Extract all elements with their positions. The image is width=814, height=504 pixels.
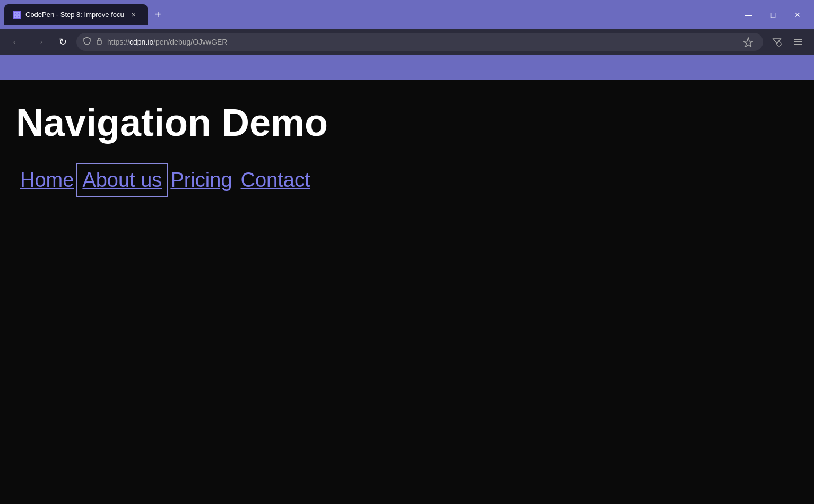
- svg-rect-4: [97, 40, 101, 44]
- svg-point-5: [777, 42, 781, 46]
- navigation-links: Home About us Pricing Contact: [16, 166, 798, 195]
- active-tab[interactable]: CodePen - Step 8: Improve focu ×: [4, 4, 148, 25]
- window-controls: — □ ✕: [737, 0, 810, 29]
- refresh-button[interactable]: ↻: [53, 32, 72, 51]
- tab-bar: CodePen - Step 8: Improve focu × + — □ ✕: [0, 0, 814, 29]
- forward-button[interactable]: →: [30, 32, 49, 51]
- nav-link-pricing[interactable]: Pricing: [166, 166, 236, 195]
- minimize-button[interactable]: —: [737, 0, 761, 29]
- pocket-button[interactable]: [767, 32, 786, 51]
- svg-rect-1: [18, 12, 20, 14]
- url-text: https://cdpn.io/pen/debug/OJvwGER: [107, 38, 227, 46]
- navigation-bar: ← → ↻ https://cdpn.io/pen/debug/OJvwGER: [0, 29, 814, 55]
- shield-icon: [83, 37, 91, 47]
- tab-favicon: [13, 11, 21, 19]
- url-domain: cdpn.io: [129, 38, 153, 46]
- address-bar[interactable]: https://cdpn.io/pen/debug/OJvwGER: [76, 33, 763, 51]
- menu-button[interactable]: [789, 32, 808, 51]
- close-button[interactable]: ✕: [785, 0, 810, 29]
- page-title: Navigation Demo: [16, 101, 798, 144]
- toolbar-right: [767, 32, 808, 51]
- back-button[interactable]: ←: [6, 32, 25, 51]
- url-path: /pen/debug/OJvwGER: [153, 38, 227, 46]
- maximize-button[interactable]: □: [761, 0, 785, 29]
- browser-chrome: CodePen - Step 8: Improve focu × + — □ ✕…: [0, 0, 814, 80]
- new-tab-button[interactable]: +: [150, 6, 167, 23]
- nav-link-home[interactable]: Home: [16, 166, 78, 195]
- svg-rect-2: [14, 15, 16, 18]
- tab-title: CodePen - Step 8: Improve focu: [25, 11, 124, 19]
- svg-rect-3: [18, 15, 20, 18]
- bookmark-button[interactable]: [740, 33, 757, 50]
- svg-rect-0: [14, 12, 16, 14]
- tab-close-button[interactable]: ×: [128, 10, 139, 20]
- nav-link-contact[interactable]: Contact: [237, 166, 315, 195]
- lock-icon: [96, 37, 103, 47]
- nav-link-about[interactable]: About us: [78, 166, 166, 195]
- url-subdomain: https://: [107, 38, 129, 46]
- page-content: Navigation Demo Home About us Pricing Co…: [0, 80, 814, 504]
